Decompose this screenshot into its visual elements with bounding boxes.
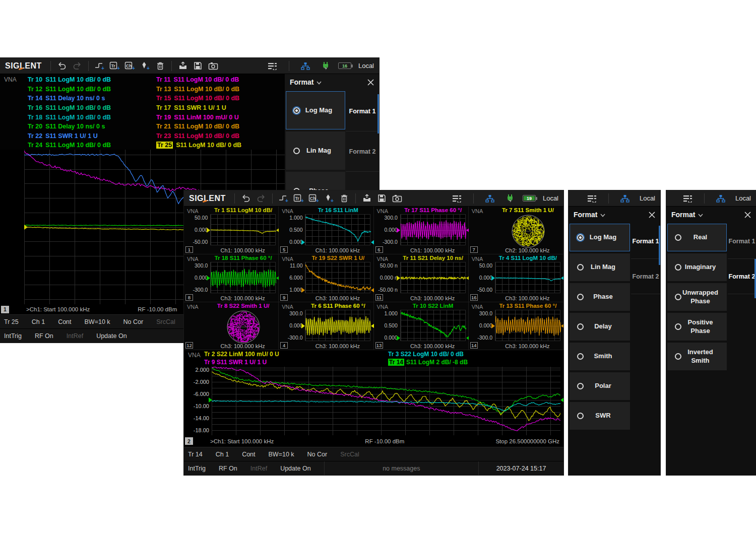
close-icon[interactable] xyxy=(649,212,655,218)
trace-panel-1[interactable]: VNATr 1 S11 LogM 10 dB/50.000.000-50.001… xyxy=(184,207,279,254)
trace-panel-7[interactable]: VNATr 7 S11 Smith 1 U/7Ch2: 100.000 kHz xyxy=(469,207,563,254)
trace-list-item[interactable]: Tr 20S11 Delay 10 ns/ 0 s xyxy=(28,122,111,131)
status-field[interactable]: Update On xyxy=(96,332,127,340)
add-limit-icon[interactable]: + xyxy=(92,59,107,73)
trace-panel-8[interactable]: VNATr 18 S11 Phase 60 °/300.00.000-300.0… xyxy=(184,254,279,302)
add-limit-icon[interactable]: + xyxy=(276,192,291,205)
add-channel-icon[interactable]: Ch+ xyxy=(122,59,138,73)
save-icon[interactable] xyxy=(191,59,206,73)
chevron-down-icon[interactable] xyxy=(698,211,703,219)
status-field[interactable]: SrcCal xyxy=(340,451,359,458)
tab-format-1[interactable]: Format 1 xyxy=(631,224,660,259)
lan-icon[interactable] xyxy=(482,192,497,205)
status-field[interactable]: BW=10 k xyxy=(269,451,294,458)
trace-panel-5[interactable]: VNATr 16 S11 LinM1.0000.5000.0005Ch1: 10… xyxy=(279,207,373,254)
tab-format-2[interactable]: Format 2 xyxy=(728,259,756,294)
trace-list-item[interactable]: Tr 24S11 LogM 10 dB/ 0 dB xyxy=(28,141,111,150)
trace-list-item[interactable]: Tr 15S11 LogM 10 dB/ 0 dB xyxy=(156,94,241,103)
add-trace-icon[interactable]: Tr+ xyxy=(107,59,122,73)
status-field[interactable]: IntTrig xyxy=(4,332,22,340)
tab-format-2[interactable]: Format 2 xyxy=(631,259,660,294)
format-option-unwrapped-phase[interactable]: Unwrapped Phase xyxy=(667,283,727,311)
redo-icon[interactable] xyxy=(70,59,85,73)
big-graph[interactable]: Tr 2 S22 LinM 100 mU/ 0 UTr 3 S22 LogM 1… xyxy=(184,350,563,446)
save-icon[interactable] xyxy=(374,192,390,205)
close-icon[interactable] xyxy=(367,79,374,86)
plot-area[interactable] xyxy=(212,367,560,435)
menu-icon[interactable] xyxy=(680,192,696,205)
undo-icon[interactable] xyxy=(54,59,70,73)
status-field[interactable]: IntTrig xyxy=(188,465,206,472)
trace-panel-14[interactable]: VNATr 13 S11 Phase 60 °/300.00.000-300.0… xyxy=(469,302,563,350)
lan-icon[interactable] xyxy=(713,192,728,205)
status-field[interactable]: Ch 1 xyxy=(216,451,229,458)
status-field[interactable]: IntRef xyxy=(250,465,267,472)
status-field[interactable]: Cont xyxy=(58,318,71,325)
status-field[interactable]: RF On xyxy=(219,465,237,472)
trace-list-item[interactable]: Tr 23S11 LogM 10 dB/ 0 dB xyxy=(156,131,241,141)
format-option-inverted-smith[interactable]: Inverted Smith xyxy=(667,343,727,370)
trace-panel-9[interactable]: VNATr 19 S22 SWR 1 U/11.006.0001.0009Ch3… xyxy=(279,254,373,302)
lan-icon[interactable] xyxy=(617,192,633,205)
trace-panel-11[interactable]: VNATr 11 S21 Delay 10 ns/50.00 n0.000 n-… xyxy=(374,254,469,302)
trace-list-item[interactable]: Tr 19S11 LinM 100 mU/ 0 U xyxy=(156,112,241,122)
format-option-positive-phase[interactable]: Positive Phase xyxy=(667,313,727,341)
trace-list-item[interactable]: Tr 22S11 SWR 1 U/ 1 U xyxy=(28,131,111,141)
delete-icon[interactable] xyxy=(153,59,168,73)
trace-list-item[interactable]: Tr 25S11 LogM 10 dB/ 0 dB xyxy=(156,141,241,150)
trace-list-item[interactable]: Tr 17S11 SWR 1 U/ 1 U xyxy=(156,103,241,113)
lan-icon[interactable] xyxy=(298,59,313,73)
trace-list-item[interactable]: Tr 14S11 Delay 10 ns/ 0 s xyxy=(28,94,111,103)
chevron-down-icon[interactable] xyxy=(600,211,605,219)
tab-format-2[interactable]: Format 2 xyxy=(346,131,379,172)
status-field[interactable]: Tr 25 xyxy=(4,318,19,325)
menu-icon[interactable] xyxy=(265,59,280,73)
add-trace-icon[interactable]: Tr+ xyxy=(291,192,306,205)
local-mode-label[interactable]: Local xyxy=(638,194,655,202)
redo-icon[interactable] xyxy=(254,192,269,205)
format-option-imaginary[interactable]: Imaginary xyxy=(667,253,727,281)
status-field[interactable]: RF On xyxy=(35,332,53,340)
status-field[interactable]: SrcCal xyxy=(156,318,175,325)
trace-list-item[interactable]: Tr 11S11 LogM 10 dB/ 0 dB xyxy=(156,75,241,85)
trace-panel-16[interactable]: VNATr 4 S11 LogM 10 dB/50.000.000-50.001… xyxy=(469,254,563,302)
recall-icon[interactable] xyxy=(359,192,374,205)
format-option-lin-mag[interactable]: Lin Mag xyxy=(286,131,345,170)
status-field[interactable]: Tr 14 xyxy=(188,451,203,458)
status-field[interactable]: BW=10 k xyxy=(85,318,110,325)
trace-list-item[interactable]: Tr 10S11 LogM 10 dB/ 0 dB xyxy=(28,75,111,85)
trace-list-item[interactable]: Tr 16S11 LogM 10 dB/ 0 dB xyxy=(28,103,111,113)
format-option-delay[interactable]: Delay xyxy=(570,313,630,341)
format-option-log-mag[interactable]: Log Mag xyxy=(570,224,630,251)
trace-panel-6[interactable]: VNATr 17 S11 Phase 60 °/300.00.000-300.0… xyxy=(374,207,469,254)
status-field[interactable]: Ch 1 xyxy=(32,318,45,325)
format-option-log-mag[interactable]: Log Mag xyxy=(286,91,345,129)
menu-icon[interactable] xyxy=(585,192,600,205)
delete-icon[interactable] xyxy=(337,192,352,205)
status-field[interactable]: No Cor xyxy=(307,451,328,458)
trace-list-item[interactable]: Tr 18S11 LogM 10 dB/ 0 dB xyxy=(28,112,111,122)
local-mode-label[interactable]: Local xyxy=(541,194,558,202)
add-channel-icon[interactable]: Ch+ xyxy=(306,192,322,205)
screenshot-icon[interactable] xyxy=(390,192,405,205)
screenshot-icon[interactable] xyxy=(206,59,221,73)
trace-list-item[interactable]: Tr 13S11 LogM 10 dB/ 0 dB xyxy=(156,85,241,94)
add-marker-icon[interactable]: + xyxy=(322,192,337,205)
status-field[interactable]: Update On xyxy=(280,465,310,472)
format-option-phase[interactable]: Phase xyxy=(570,283,630,311)
local-mode-label[interactable]: Local xyxy=(356,62,374,70)
close-icon[interactable] xyxy=(744,212,751,218)
local-mode-label[interactable]: Local xyxy=(733,194,751,202)
format-option-polar[interactable]: Polar xyxy=(570,372,630,400)
chevron-down-icon[interactable] xyxy=(317,78,322,86)
scrollbar[interactable] xyxy=(659,226,660,265)
trace-panel-13[interactable]: VNATr 10 S22 LinM1.0000.5000.00013Ch3: 1… xyxy=(374,302,469,350)
status-field[interactable]: Cont xyxy=(242,451,255,458)
undo-icon[interactable] xyxy=(238,192,254,205)
tab-format-1[interactable]: Format 1 xyxy=(728,224,756,259)
status-field[interactable]: IntRef xyxy=(67,332,83,340)
menu-icon[interactable] xyxy=(450,192,465,205)
format-option-real[interactable]: Real xyxy=(667,224,727,251)
status-field[interactable]: No Cor xyxy=(123,318,144,325)
scrollbar[interactable] xyxy=(377,94,379,134)
